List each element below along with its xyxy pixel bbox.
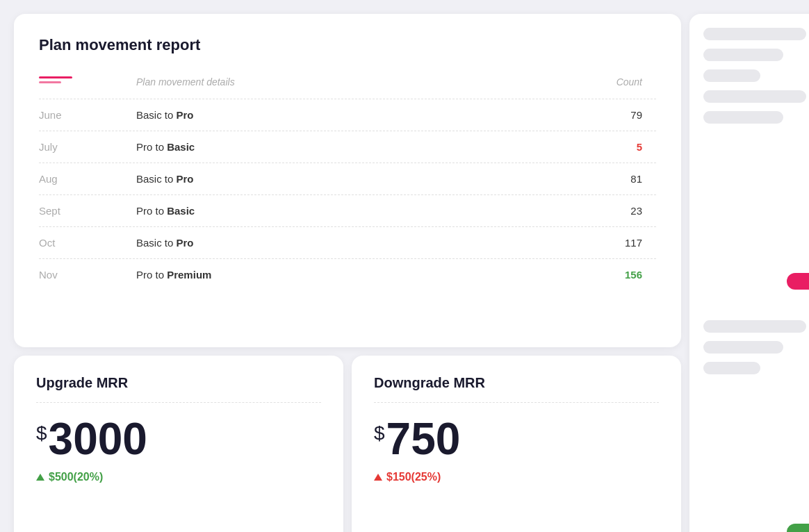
sidebar-toggle-pink[interactable] bbox=[787, 273, 809, 290]
header-accent bbox=[39, 76, 136, 88]
main-container: Plan movement report Plan movement detai… bbox=[0, 0, 809, 532]
movement-text: Pro to Premium bbox=[136, 269, 573, 281]
col-header-count: Count bbox=[573, 76, 656, 88]
currency-symbol: $ bbox=[374, 422, 385, 444]
movement-text: Pro to Basic bbox=[136, 141, 573, 153]
sidebar-bar bbox=[703, 320, 806, 333]
count-value: 79 bbox=[573, 109, 656, 121]
divider bbox=[374, 402, 659, 403]
upgrade-mrr-title: Upgrade MRR bbox=[36, 375, 321, 391]
sidebar-bar bbox=[703, 28, 806, 40]
upgrade-mrr-change: $500(20%) bbox=[36, 471, 321, 483]
accent-line-1 bbox=[39, 76, 72, 78]
movement-text: Basic to Pro bbox=[136, 237, 573, 249]
divider bbox=[36, 402, 321, 403]
month-label: Nov bbox=[39, 269, 136, 281]
sidebar-spacer bbox=[703, 383, 809, 515]
sidebar-toggle-green[interactable] bbox=[787, 524, 809, 532]
table-row: Aug Basic to Pro 81 bbox=[39, 163, 656, 194]
movement-text: Pro to Basic bbox=[136, 205, 573, 217]
downgrade-mrr-value: $ 750 bbox=[374, 417, 659, 461]
count-value: 23 bbox=[573, 205, 656, 217]
month-label: Sept bbox=[39, 205, 136, 217]
movement-text: Basic to Pro bbox=[136, 173, 573, 185]
bottom-cards: Upgrade MRR $ 3000 $500(20%) Downgrade M… bbox=[14, 356, 681, 532]
count-value: 156 bbox=[573, 269, 656, 281]
table-header: Plan movement details Count bbox=[39, 71, 656, 93]
table-row: Nov Pro to Premium 156 bbox=[39, 258, 656, 290]
up-arrow-icon bbox=[374, 474, 382, 481]
table-row: July Pro to Basic 5 bbox=[39, 131, 656, 163]
currency-symbol: $ bbox=[36, 422, 47, 444]
downgrade-mrr-title: Downgrade MRR bbox=[374, 375, 659, 391]
up-arrow-icon bbox=[36, 474, 44, 481]
count-value: 81 bbox=[573, 173, 656, 185]
upgrade-mrr-card: Upgrade MRR $ 3000 $500(20%) bbox=[14, 356, 343, 532]
downgrade-mrr-card: Downgrade MRR $ 750 $150(25%) bbox=[352, 356, 681, 532]
sidebar-bar bbox=[703, 49, 783, 61]
upgrade-mrr-number: 3000 bbox=[49, 417, 147, 461]
sidebar-bar bbox=[703, 362, 760, 374]
count-value: 5 bbox=[573, 141, 656, 153]
plan-movement-card: Plan movement report Plan movement detai… bbox=[14, 14, 681, 347]
month-label: July bbox=[39, 141, 136, 153]
sidebar-bar bbox=[703, 341, 783, 354]
month-label: Aug bbox=[39, 173, 136, 185]
table-row: Oct Basic to Pro 117 bbox=[39, 226, 656, 258]
month-label: Oct bbox=[39, 237, 136, 249]
table-row: June Basic to Pro 79 bbox=[39, 99, 656, 131]
downgrade-mrr-number: 750 bbox=[386, 417, 461, 461]
sidebar-spacer bbox=[703, 132, 809, 265]
accent-line-2 bbox=[39, 81, 61, 83]
sidebar-bar bbox=[703, 111, 783, 124]
sidebar-bar bbox=[703, 69, 760, 82]
count-value: 117 bbox=[573, 237, 656, 249]
sidebar-bar bbox=[703, 90, 806, 103]
downgrade-mrr-change: $150(25%) bbox=[374, 471, 659, 483]
upgrade-mrr-value: $ 3000 bbox=[36, 417, 321, 461]
month-label: June bbox=[39, 109, 136, 121]
table-row: Sept Pro to Basic 23 bbox=[39, 194, 656, 226]
col-header-details: Plan movement details bbox=[136, 76, 573, 88]
movement-text: Basic to Pro bbox=[136, 109, 573, 121]
sidebar-panel bbox=[689, 14, 809, 532]
card-title: Plan movement report bbox=[39, 36, 656, 54]
